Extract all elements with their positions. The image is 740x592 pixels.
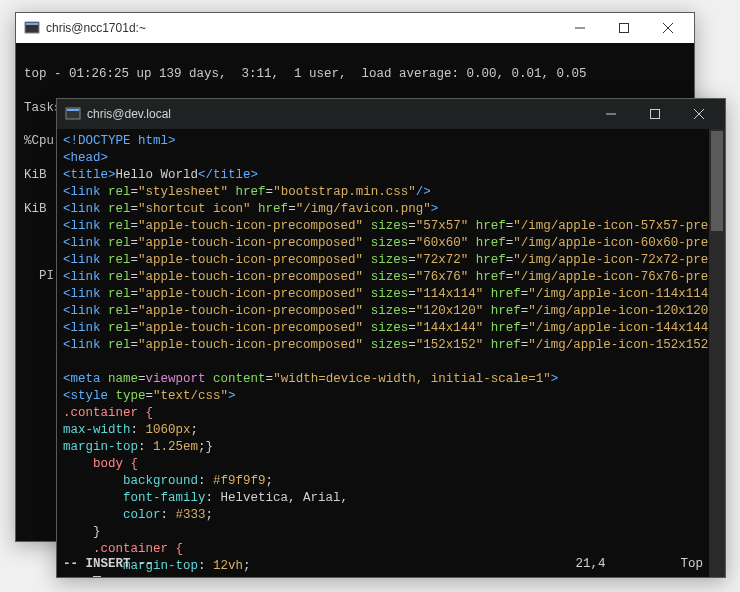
code-line: <link rel="apple-touch-icon-precomposed"… [63, 303, 719, 320]
editor-content[interactable]: <!DOCTYPE html> <head> <title>Hello Worl… [57, 129, 725, 577]
code-line: color: #333; [63, 507, 719, 524]
code-line: margin-top: 1.25em;} [63, 439, 719, 456]
code-line: <meta name=viewport content="width=devic… [63, 371, 719, 388]
code-line: <link rel="apple-touch-icon-precomposed"… [63, 269, 719, 286]
vim-status-line: -- INSERT -- 21,4 Top [63, 556, 703, 573]
code-line: .container { [63, 405, 719, 422]
code-line: <head> [63, 150, 719, 167]
minimize-button[interactable] [558, 13, 602, 43]
titlebar-front[interactable]: chris@dev.local [57, 99, 725, 129]
code-line: <link rel="apple-touch-icon-precomposed"… [63, 320, 719, 337]
window-title-front: chris@dev.local [87, 107, 589, 121]
maximize-button[interactable] [602, 13, 646, 43]
vim-location: Top [680, 556, 703, 573]
svg-rect-1 [26, 23, 38, 25]
terminal-window-front: chris@dev.local <!DOCTYPE html> <head> <… [56, 98, 726, 578]
code-line [63, 354, 719, 371]
minimize-button[interactable] [589, 99, 633, 129]
window-controls-back [558, 13, 690, 43]
svg-rect-3 [620, 24, 629, 33]
svg-rect-9 [651, 110, 660, 119]
close-button[interactable] [646, 13, 690, 43]
titlebar-back[interactable]: chris@ncc1701d:~ [16, 13, 694, 43]
window-title-back: chris@ncc1701d:~ [46, 21, 558, 35]
code-line: <link rel="stylesheet" href="bootstrap.m… [63, 184, 719, 201]
code-line: } [63, 524, 719, 541]
terminal-icon [65, 106, 81, 122]
code-line: <title>Hello World</title> [63, 167, 719, 184]
top-header-line: top - 01:26:25 up 139 days, 3:11, 1 user… [24, 66, 686, 83]
scrollbar-thumb[interactable] [711, 131, 723, 231]
code-line: <link rel="shortcut icon" href="/img/fav… [63, 201, 719, 218]
code-line: max-width: 1060px; [63, 422, 719, 439]
code-line: <!DOCTYPE html> [63, 133, 719, 150]
code-line: background: #f9f9f9; [63, 473, 719, 490]
terminal-icon [24, 20, 40, 36]
close-button[interactable] [677, 99, 721, 129]
code-line: <link rel="apple-touch-icon-precomposed"… [63, 252, 719, 269]
svg-rect-7 [67, 109, 79, 111]
cursor: } [93, 576, 101, 577]
maximize-button[interactable] [633, 99, 677, 129]
code-line: <link rel="apple-touch-icon-precomposed"… [63, 218, 719, 235]
code-line: <style type="text/css"> [63, 388, 719, 405]
window-controls-front [589, 99, 721, 129]
code-line: <link rel="apple-touch-icon-precomposed"… [63, 235, 719, 252]
scrollbar[interactable] [709, 129, 725, 577]
code-line: } [63, 575, 719, 577]
code-line: <link rel="apple-touch-icon-precomposed"… [63, 337, 719, 354]
code-line: body { [63, 456, 719, 473]
vim-position: 21,4 [575, 556, 605, 573]
vim-mode: -- INSERT -- [63, 556, 575, 573]
code-line: font-family: Helvetica, Arial, [63, 490, 719, 507]
code-line: <link rel="apple-touch-icon-precomposed"… [63, 286, 719, 303]
